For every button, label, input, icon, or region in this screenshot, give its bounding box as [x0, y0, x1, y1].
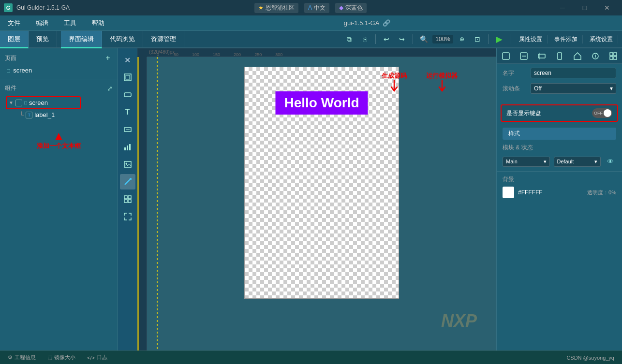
tab-events[interactable]: 事件添加 [549, 35, 583, 44]
tab-properties[interactable]: 属性设置 [514, 35, 548, 44]
canvas-frame[interactable]: Hello World [244, 67, 399, 299]
tool-widget[interactable] [120, 87, 135, 102]
tab-layers[interactable]: 图层 [0, 31, 29, 48]
statusbar-project-info[interactable]: ⚙ 工程信息 [8, 354, 36, 361]
toolbar-sep2 [413, 34, 413, 44]
rp-icon-6[interactable] [589, 49, 602, 63]
menu-file[interactable]: 文件 [4, 17, 24, 29]
rp-icon-2[interactable] [517, 49, 531, 63]
svg-rect-8 [124, 161, 131, 167]
state-select[interactable]: Default ▾ [554, 157, 601, 167]
bg-color-swatch[interactable] [503, 187, 514, 198]
menu-edit[interactable]: 编辑 [32, 17, 52, 29]
svg-point-9 [125, 163, 127, 164]
rp-icon-3[interactable] [535, 49, 548, 63]
ruler-horizontal: (320/480)px 0 50 100 150 200 250 300 [147, 48, 496, 57]
canvas-main[interactable]: Hello World NXP 生成源码 运行模拟器 [147, 57, 496, 350]
rp-icon-7[interactable] [607, 49, 620, 63]
eye-icon-btn[interactable]: 👁 [605, 156, 616, 167]
language-button[interactable]: A 中文 [304, 3, 329, 13]
theme-button[interactable]: ◆ 深蓝色 [335, 3, 367, 13]
keyboard-toggle-switch[interactable]: OFF [592, 108, 612, 118]
zoom-out-btn[interactable]: 🔍 [417, 32, 430, 46]
tree-expand-icon: ▼ [9, 100, 14, 105]
menu-help[interactable]: 帮助 [88, 17, 108, 29]
comp-label1-checkbox[interactable]: T [26, 112, 32, 118]
titlebar-title: Gui Guider-1.5.1-GA [16, 4, 70, 11]
tool-cursor[interactable]: ✕ [120, 52, 135, 68]
tab-preview[interactable]: 预览 [29, 31, 57, 47]
tool-container[interactable] [120, 70, 135, 85]
prop-name-value[interactable]: screen [531, 68, 616, 78]
right-panel-icon-toolbar [497, 48, 622, 64]
bg-color-value[interactable]: #FFFFFF [518, 189, 583, 196]
community-button[interactable]: ★ 恩智浦社区 [254, 3, 298, 13]
undo-btn[interactable]: ↩ [380, 32, 393, 46]
run-btn[interactable]: ▶ [492, 32, 506, 46]
tab-resources[interactable]: 资源管理 [143, 31, 184, 47]
svg-rect-14 [128, 200, 131, 203]
tool-image[interactable] [120, 157, 135, 172]
maximize-button[interactable]: □ [574, 0, 596, 15]
comp-item-label1[interactable]: └ T label_1 [17, 109, 114, 120]
fit-screen-btn[interactable]: ⊡ [471, 32, 484, 46]
tab-system[interactable]: 系统设置 [585, 35, 618, 44]
page-section: 页面 + □ screen [0, 48, 118, 79]
titlebar-left: G Gui Guider-1.5.1-GA [4, 3, 70, 12]
module-state-label: 模块 & 状态 [503, 144, 533, 152]
copy-icon-btn[interactable]: ⧉ [342, 32, 356, 46]
toolbar-icons: ⧉ ⎘ ↩ ↪ 🔍 100% ⊕ ⊡ ▶ 属性设置 事件添加 系统设置 [339, 31, 622, 47]
project-info-icon: ⚙ [8, 354, 13, 361]
statusbar: ⚙ 工程信息 ⬚ 镜像大小 </> 日志 CSDN @suyong_yq [0, 350, 622, 364]
toggle-knob [604, 109, 611, 117]
comp-section-header: 组件 ⤢ [4, 82, 114, 94]
paste-icon-btn[interactable]: ⎘ [358, 32, 371, 46]
titlebar-right-actions: ★ 恩智浦社区 A 中文 ◆ 深蓝色 [254, 3, 367, 13]
keyboard-toggle-label: 是否显示键盘 [506, 109, 541, 117]
rp-icon-1[interactable] [499, 49, 513, 63]
svg-rect-13 [124, 200, 127, 203]
module-select[interactable]: Main ▾ [503, 157, 550, 167]
rp-icon-5[interactable] [571, 49, 584, 63]
prop-scroll-select[interactable]: Off ▾ [531, 83, 616, 94]
svg-rect-18 [538, 54, 545, 58]
lang-icon: A [308, 4, 312, 11]
tool-grid[interactable] [120, 191, 135, 207]
tool-text[interactable]: T [120, 104, 135, 120]
main-layout: 页面 + □ screen 组件 ⤢ ▼ [0, 48, 622, 350]
add-page-button[interactable]: + [103, 53, 113, 63]
tab-ui-editor[interactable]: 界面编辑 [61, 31, 102, 48]
svg-rect-25 [610, 57, 613, 59]
add-textbox-annotation: ▲ 添加一个文本框 [4, 130, 114, 150]
bg-label: 背景 [503, 175, 616, 184]
tool-input[interactable] [120, 122, 135, 137]
redo-btn[interactable]: ↪ [395, 32, 409, 46]
comp-item-screen[interactable]: ▼ □ screen [7, 97, 80, 108]
comp-label1-type: T [28, 113, 30, 117]
statusbar-mirror-size[interactable]: ⬚ 镜像大小 [47, 354, 75, 361]
properties-section: 名字 screen 滚动条 Off ▾ [497, 64, 622, 102]
tool-draw[interactable] [120, 174, 135, 189]
ruler-ticks-h: 0 50 100 150 200 250 300 [157, 52, 296, 57]
style-tab-btn[interactable]: 样式 [503, 128, 616, 140]
comp-screen-checkbox[interactable] [15, 100, 22, 106]
minimize-button[interactable]: ─ [551, 0, 574, 15]
zoom-in-btn[interactable]: ⊕ [455, 32, 469, 46]
svg-rect-0 [124, 74, 131, 81]
annotation-arrow-down2 [436, 80, 448, 95]
tab-code-browser[interactable]: 代码浏览 [102, 31, 143, 47]
menubar: 文件 编辑 工具 帮助 gui-1.5.1-GA 🔗 [0, 15, 622, 31]
tool-chart[interactable] [120, 139, 135, 155]
statusbar-log[interactable]: </> 日志 [87, 354, 107, 361]
zoom-level: 100% [432, 35, 453, 44]
state-dropdown-icon: ▾ [594, 159, 597, 165]
rp-icon-4[interactable] [553, 49, 566, 63]
close-button[interactable]: ✕ [596, 0, 618, 15]
tool-expand[interactable] [120, 209, 135, 224]
page-item-screen[interactable]: □ screen [4, 65, 114, 76]
menu-tools[interactable]: 工具 [60, 17, 80, 29]
svg-line-10 [125, 179, 131, 185]
export-icon[interactable]: ⤢ [107, 85, 113, 92]
bg-opacity-label: 透明度：0% [587, 189, 616, 196]
hello-world-label[interactable]: Hello World [275, 91, 368, 115]
